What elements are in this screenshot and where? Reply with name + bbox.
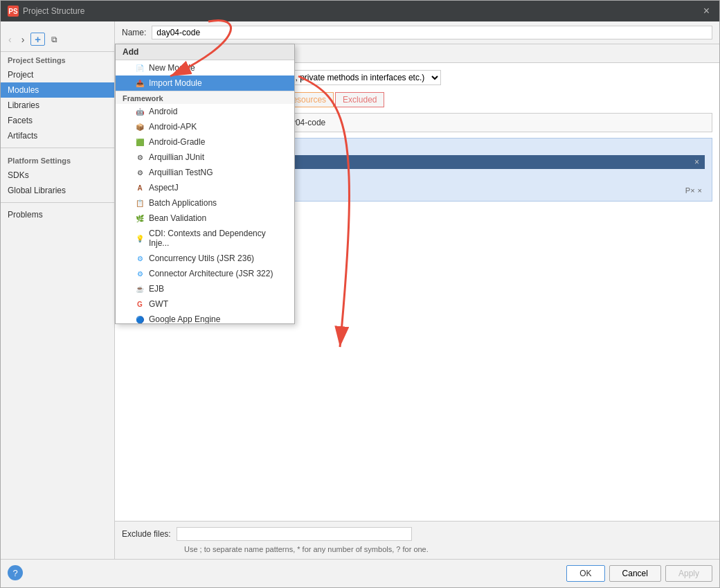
footer-buttons: OK Cancel Apply — [1, 559, 719, 587]
top-bar: ‹ › + ⧉ — [1, 27, 114, 52]
dropdown-ejb[interactable]: ☕ EJB — [116, 281, 294, 296]
dropdown-bean-validation[interactable]: 🌿 Bean Validation — [116, 211, 294, 226]
exclude-row: Exclude files: — [122, 527, 712, 541]
src-action-remove[interactable]: × — [698, 186, 702, 195]
sidebar-item-modules[interactable]: Modules — [1, 82, 114, 98]
arquillian-junit-icon: ⚙ — [135, 152, 145, 162]
ok-button[interactable]: OK — [566, 565, 604, 582]
dropdown-new-module[interactable]: 📄 New Module — [116, 60, 294, 75]
dropdown-list: 📄 New Module 📥 Import Module Framework 🤖… — [116, 60, 294, 323]
app-icon: PS — [8, 6, 19, 17]
connector-icon: ⚙ — [135, 269, 145, 278]
add-button[interactable]: + — [30, 33, 45, 46]
exclude-hint: Use ; to separate name patterns, * for a… — [122, 545, 712, 553]
dropdown-arquillian-testng[interactable]: ⚙ Arquillian TestNG — [116, 165, 294, 180]
main-content: ‹ › + ⧉ Project Settings Project Modules… — [1, 21, 719, 559]
src-action-p[interactable]: P× — [685, 186, 695, 195]
dropdown-aspectj[interactable]: A AspectJ — [116, 180, 294, 195]
android-apk-icon: 📦 — [135, 122, 145, 132]
dropdown-android-gradle[interactable]: 🟩 Android-Gradle — [116, 134, 294, 150]
dialog-title: Project Structure — [23, 6, 84, 16]
name-bar: Name: — [115, 21, 719, 44]
name-input[interactable] — [152, 26, 712, 39]
exclude-input[interactable] — [177, 527, 412, 541]
back-button[interactable]: ‹ — [5, 32, 15, 47]
title-bar: PS Project Structure × — [1, 1, 719, 21]
forward-button[interactable]: › — [18, 32, 28, 47]
sidebar-item-facets[interactable]: Facets — [1, 113, 114, 128]
sidebar-item-project[interactable]: Project — [1, 67, 114, 82]
sidebar-divider — [1, 148, 114, 148]
dropdown-gwt[interactable]: G GWT — [116, 296, 294, 312]
folder-close-button[interactable]: × — [694, 157, 699, 167]
dropdown-concurrency-utils[interactable]: ⚙ Concurrency Utils (JSR 236) — [116, 251, 294, 266]
dropdown-google-app-engine[interactable]: 🔵 Google App Engine — [116, 312, 294, 323]
title-bar-left: PS Project Structure — [8, 6, 84, 17]
aspectj-icon: A — [135, 183, 145, 193]
copy-button[interactable]: ⧉ — [48, 33, 61, 46]
help-button[interactable]: ? — [8, 565, 23, 580]
source-tab-excluded[interactable]: Excluded — [335, 92, 384, 107]
new-module-icon: 📄 — [135, 63, 145, 73]
concurrency-icon: ⚙ — [135, 253, 145, 263]
src-actions: P× × — [685, 186, 702, 195]
exclude-label: Exclude files: — [122, 529, 171, 539]
sidebar-item-libraries[interactable]: Libraries — [1, 98, 114, 113]
sidebar-item-problems[interactable]: Problems — [1, 207, 114, 222]
android-gradle-icon: 🟩 — [135, 137, 145, 147]
bean-validation-icon: 🌿 — [135, 213, 145, 223]
batch-icon: 📋 — [135, 198, 145, 208]
arquillian-testng-icon: ⚙ — [135, 168, 145, 177]
framework-separator: Framework — [116, 91, 294, 104]
dropdown-connector-arch[interactable]: ⚙ Connector Architecture (JSR 322) — [116, 266, 294, 281]
sidebar-item-artifacts[interactable]: Artifacts — [1, 128, 114, 143]
project-settings-title: Project Settings — [1, 52, 114, 67]
apply-button[interactable]: Apply — [665, 565, 712, 582]
sidebar-item-sdks[interactable]: SDKs — [1, 168, 114, 183]
bottom-section: Exclude files: Use ; to separate name pa… — [115, 521, 719, 559]
dropdown-android-apk[interactable]: 📦 Android-APK — [116, 119, 294, 134]
dropdown-cdi[interactable]: 💡 CDI: Contexts and Dependency Inje... — [116, 226, 294, 251]
name-label: Name: — [122, 28, 146, 37]
sidebar-divider-2 — [1, 202, 114, 203]
android-icon: 🤖 — [135, 107, 145, 116]
cdi-icon: 💡 — [135, 233, 145, 243]
dropdown-arquillian-junit[interactable]: ⚙ Arquillian JUnit — [116, 150, 294, 165]
ejb-icon: ☕ — [135, 284, 145, 294]
dropdown-header: Add — [116, 44, 294, 60]
project-structure-dialog: PS Project Structure × ‹ › + ⧉ Project S… — [0, 0, 720, 588]
sidebar: ‹ › + ⧉ Project Settings Project Modules… — [1, 21, 115, 559]
add-dropdown: Add 📄 New Module 📥 Import Module Framewo… — [115, 44, 295, 324]
platform-settings-title: Platform Settings — [1, 152, 114, 168]
close-button[interactable]: × — [701, 5, 712, 17]
dropdown-import-module[interactable]: 📥 Import Module — [116, 75, 294, 91]
sidebar-item-global-libraries[interactable]: Global Libraries — [1, 183, 114, 198]
dropdown-batch-apps[interactable]: 📋 Batch Applications — [116, 195, 294, 211]
gwt-icon: G — [135, 299, 145, 309]
cancel-button[interactable]: Cancel — [609, 565, 661, 582]
dropdown-android[interactable]: 🤖 Android — [116, 104, 294, 119]
google-app-engine-icon: 🔵 — [135, 314, 145, 323]
import-module-icon: 📥 — [135, 78, 145, 88]
